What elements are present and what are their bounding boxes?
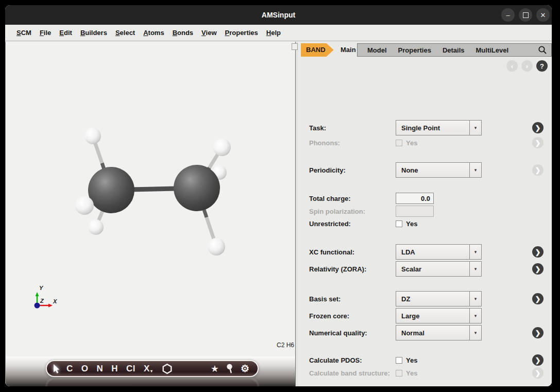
relativity-dropdown[interactable]: Scalar ▾ [396, 261, 482, 277]
tab-properties[interactable]: Properties [393, 46, 437, 54]
menu-item-bonds[interactable]: Bonds [168, 29, 197, 37]
dropdown-arrow-icon[interactable]: ▾ [469, 326, 481, 340]
element-button-n[interactable]: N [97, 364, 104, 374]
row-basis-set: Basis set: DZ ▾ ❯ [298, 291, 552, 306]
atom-h[interactable] [88, 219, 104, 235]
maximize-icon [523, 12, 529, 18]
search-icon [538, 45, 547, 55]
row-xc-functional: XC functional: LDA ▾ ❯ [298, 244, 552, 260]
divider-handle[interactable] [292, 43, 298, 50]
task-dropdown[interactable]: Single Point ▾ [396, 120, 482, 135]
calculate-band-structure-detail-button: ❯ [532, 367, 544, 379]
element-button-c[interactable]: C [66, 364, 73, 374]
help-button[interactable]: ? [536, 60, 548, 72]
window-title: AMSinput [5, 5, 552, 25]
xc-functional-dropdown[interactable]: LDA ▾ [396, 244, 482, 260]
chevron-right-icon: ❯ [535, 265, 541, 273]
engine-badge-band[interactable]: BAND [301, 43, 334, 57]
settings-panel: BAND Main ModelPropertiesDetailsMultiLev… [298, 42, 552, 386]
tab-multilevel[interactable]: MultiLevel [470, 46, 515, 54]
menu-item-edit[interactable]: Edit [55, 29, 76, 37]
total-charge-label: Total charge: [309, 195, 351, 202]
phonons-label: Phonons: [309, 139, 340, 147]
help-icon: ? [540, 62, 544, 70]
dropdown-arrow-icon[interactable]: ▾ [469, 121, 481, 135]
menu-item-help[interactable]: Help [262, 29, 285, 37]
unrestricted-checkbox[interactable] [396, 220, 402, 227]
calculate-pdos-checkbox[interactable] [396, 357, 402, 364]
back-button[interactable]: ‹ [506, 60, 518, 72]
menu-item-atoms[interactable]: Atoms [139, 29, 168, 37]
calculate-pdos-label: Calculate PDOS: [309, 356, 362, 364]
atom-h[interactable] [75, 196, 94, 215]
pin-icon [226, 364, 233, 373]
periodicity-detail-button: ❯ [532, 164, 544, 176]
row-phonons: Phonons: Yes ❯ [298, 137, 552, 148]
xc-functional-detail-button[interactable]: ❯ [532, 246, 544, 258]
numerical-quality-dropdown[interactable]: Normal ▾ [396, 325, 482, 340]
dropdown-arrow-icon[interactable]: ▾ [469, 245, 481, 259]
dropdown-arrow-icon[interactable]: ▾ [469, 262, 481, 276]
close-icon: ✕ [540, 12, 546, 19]
dropdown-arrow-icon[interactable]: ▾ [469, 309, 481, 323]
chevron-right-icon: ❯ [535, 356, 541, 364]
pointer-tool-button[interactable] [52, 364, 60, 374]
periodicity-dropdown[interactable]: None ▾ [396, 162, 482, 178]
close-button[interactable]: ✕ [536, 8, 550, 22]
menu-item-select[interactable]: Select [111, 29, 139, 37]
numerical-quality-detail-button[interactable]: ❯ [532, 327, 544, 338]
spin-polarization-label: Spin polarization: [309, 208, 365, 215]
menu-item-builders[interactable]: Builders [76, 29, 111, 37]
unrestricted-yes-label: Yes [406, 220, 417, 228]
calculate-pdos-detail-button[interactable]: ❯ [532, 354, 544, 366]
menu-item-scm[interactable]: SCM [12, 29, 36, 37]
relativity-value: Scalar [396, 265, 469, 273]
cursor-icon [52, 364, 60, 374]
menu-item-view[interactable]: View [197, 29, 220, 37]
element-button-h[interactable]: H [111, 364, 118, 374]
basis-set-dropdown[interactable]: DZ ▾ [396, 291, 482, 306]
basis-set-detail-button[interactable]: ❯ [532, 293, 544, 304]
dropdown-arrow-icon[interactable]: ▾ [469, 163, 481, 177]
ring-tool-button[interactable] [162, 363, 173, 374]
tab-model[interactable]: Model [362, 46, 393, 54]
periodicity-value: None [396, 166, 469, 174]
menu-item-file[interactable]: File [36, 29, 55, 37]
tab-details[interactable]: Details [437, 46, 470, 54]
dropdown-arrow-icon[interactable]: ▾ [469, 292, 481, 306]
calculate-pdos-yes-label: Yes [406, 356, 417, 364]
calculate-band-structure-yes-label: Yes [406, 369, 417, 377]
atom-c[interactable] [88, 167, 134, 213]
search-button[interactable] [538, 45, 547, 55]
atom-c[interactable] [174, 165, 220, 211]
app-window: AMSinput – ✕ SCMFileEditBuildersSelectAt… [5, 5, 552, 386]
chevron-right-icon: ❯ [535, 139, 541, 147]
tab-strip: ModelPropertiesDetailsMultiLevel [357, 43, 552, 57]
task-label: Task: [309, 124, 326, 132]
atom-h[interactable] [208, 238, 225, 255]
element-toolbar: CONHClX▾ ★ ⚙ [46, 360, 259, 377]
pin-tool-button[interactable] [226, 364, 233, 373]
relativity-label: Relativity (ZORA): [309, 265, 366, 273]
element-button-o[interactable]: O [81, 364, 89, 374]
unrestricted-label: Unrestricted: [309, 220, 351, 228]
element-button-x[interactable]: X▾ [144, 364, 152, 374]
atom-h[interactable] [84, 128, 101, 144]
molecule-viewer[interactable]: Y X Z C2 H6 CONHClX▾ ★ [5, 42, 295, 386]
chevron-right-icon: ❯ [535, 124, 541, 132]
viewer-floor: CONHClX▾ ★ ⚙ [6, 356, 296, 386]
settings-button[interactable]: ⚙ [241, 363, 249, 374]
periodicity-label: Periodicity: [309, 166, 346, 174]
total-charge-input[interactable]: 0.0 [396, 193, 434, 204]
frozen-core-dropdown[interactable]: Large ▾ [396, 308, 482, 323]
title-bar[interactable]: AMSinput – ✕ [5, 5, 552, 25]
relativity-detail-button[interactable]: ❯ [532, 263, 544, 275]
maximize-button[interactable] [519, 8, 532, 22]
favorites-button[interactable]: ★ [211, 363, 219, 374]
menu-item-properties[interactable]: Properties [221, 29, 262, 37]
task-detail-button[interactable]: ❯ [532, 122, 544, 133]
atom-h[interactable] [213, 139, 231, 156]
forward-button[interactable]: › [521, 60, 533, 72]
minimize-button[interactable]: – [501, 8, 515, 22]
element-button-cl[interactable]: Cl [126, 364, 135, 374]
